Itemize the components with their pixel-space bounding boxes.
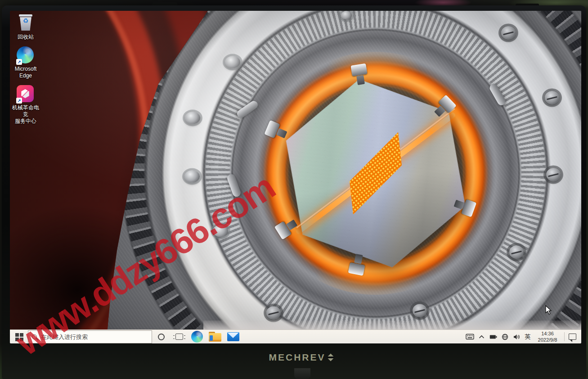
- touch-keyboard-button[interactable]: [465, 330, 475, 343]
- speaker-icon: [513, 334, 521, 340]
- wallpaper-bottom-ledge: [203, 320, 581, 330]
- cortana-icon: [158, 334, 165, 340]
- file-explorer-icon: [209, 332, 221, 342]
- laptop-brand-logo: MECHREV: [254, 352, 348, 363]
- task-view-icon: [175, 334, 183, 340]
- icon-label: 机械革命电竞 服务中心: [11, 104, 40, 125]
- desktop-icon-recycle-bin[interactable]: ♻ 回收站: [11, 14, 40, 41]
- windows-desktop: ♻ 回收站 ↗ Microsoft Edge: [10, 11, 581, 343]
- system-tray: 英 14:36 2022/9/8: [465, 330, 581, 343]
- battery-icon: [489, 334, 497, 339]
- mail-button[interactable]: [224, 330, 242, 343]
- brand-diamond-icon: [327, 354, 334, 361]
- screw: [509, 246, 524, 259]
- desktop-icon-column: ♻ 回收站 ↗ Microsoft Edge: [11, 14, 40, 131]
- action-center-button[interactable]: [567, 330, 578, 343]
- touch-keyboard-icon: [466, 334, 474, 340]
- volume-button[interactable]: [512, 330, 522, 343]
- hinge-notch: [294, 368, 310, 379]
- laptop: ♻ 回收站 ↗ Microsoft Edge: [2, 5, 586, 379]
- tray-date: 2022/9/8: [534, 337, 561, 343]
- screw: [213, 225, 228, 237]
- task-view-button[interactable]: [170, 330, 188, 343]
- screw: [545, 91, 559, 104]
- action-center-icon: [569, 334, 576, 340]
- tray-time: 14:36: [534, 330, 561, 337]
- chevron-up-icon: [479, 335, 485, 339]
- ime-language-indicator[interactable]: 英: [523, 330, 532, 343]
- desktop-icon-mechrevo-service[interactable]: ↗ 机械革命电竞 服务中心: [11, 85, 40, 125]
- screw: [185, 112, 200, 124]
- screw: [413, 304, 427, 317]
- hidden-icons-button[interactable]: [476, 330, 487, 343]
- search-icon: [32, 334, 37, 339]
- wallpaper: [10, 11, 581, 343]
- edge-icon: ↗: [17, 46, 35, 64]
- windows-logo-icon: [15, 333, 19, 337]
- icon-label: 回收站: [11, 34, 40, 41]
- desktop-icon-edge[interactable]: ↗ Microsoft Edge: [11, 46, 40, 79]
- photo-backdrop: ♻ 回收站 ↗ Microsoft Edge: [0, 0, 588, 379]
- globe-network-icon: [502, 334, 508, 340]
- mail-icon: [227, 332, 239, 341]
- screw: [184, 171, 200, 183]
- screw: [266, 307, 281, 320]
- battery-button[interactable]: [488, 330, 498, 343]
- file-explorer-button[interactable]: [206, 330, 224, 343]
- mechrevo-service-icon: ↗: [17, 85, 35, 103]
- screw: [341, 11, 352, 20]
- screw: [546, 168, 561, 181]
- search-input[interactable]: [41, 334, 148, 340]
- taskbar-clock[interactable]: 14:36 2022/9/8: [534, 330, 561, 343]
- cortana-button[interactable]: [152, 330, 170, 343]
- mouse-cursor: [545, 305, 552, 315]
- shortcut-arrow-icon: ↗: [16, 98, 22, 104]
- start-button[interactable]: [10, 330, 28, 343]
- taskbar: 英 14:36 2022/9/8: [10, 329, 581, 343]
- edge-icon: [191, 331, 203, 343]
- taskbar-edge-button[interactable]: [188, 330, 206, 343]
- recycle-bin-icon: ♻: [17, 14, 35, 32]
- screw: [501, 27, 516, 40]
- shortcut-arrow-icon: ↗: [16, 59, 22, 65]
- tray-separator: [564, 332, 565, 341]
- icon-label: Microsoft Edge: [11, 66, 40, 79]
- taskbar-search-box[interactable]: [28, 330, 152, 343]
- screw: [225, 56, 240, 68]
- network-button[interactable]: [500, 330, 510, 343]
